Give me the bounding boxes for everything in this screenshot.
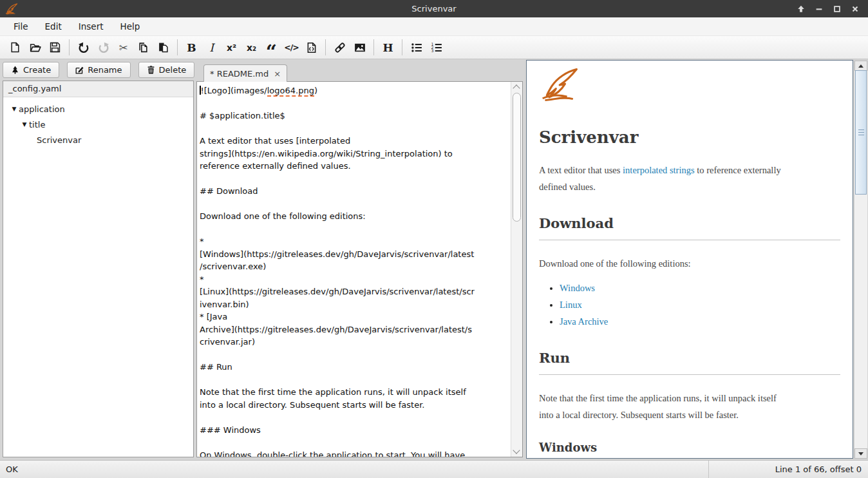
insert-image-button[interactable]: [350, 39, 370, 57]
preview-scrollbar[interactable]: [854, 61, 867, 459]
editor-body: # $application.title$ A text editor that…: [200, 97, 511, 457]
tree-leaf-scrivenvar[interactable]: Scrivenvar: [3, 132, 193, 148]
triangle-up-icon: [858, 64, 863, 68]
menu-file[interactable]: File: [5, 17, 37, 35]
paste-button[interactable]: [153, 39, 173, 57]
menubar: File Edit Insert Help: [0, 17, 868, 35]
windows-download-link[interactable]: Windows: [560, 283, 595, 293]
definitions-tree: ▼ application ▼ title Scrivenvar: [3, 97, 193, 148]
rename-button-label: Rename: [88, 65, 122, 75]
editor-scrollbar-thumb[interactable]: [513, 93, 521, 222]
numbered-list-button[interactable]: 1 2 3: [426, 39, 446, 57]
blockquote-icon: “: [266, 50, 277, 55]
tab-close-icon[interactable]: ×: [274, 69, 281, 79]
status-bar: OK Line 1 of 66, offset 0: [0, 460, 868, 478]
superscript-button[interactable]: x²: [222, 39, 241, 57]
toolbar-separator: [325, 39, 326, 55]
editor-pane: * README.md × ![Logo](images/logo64.png)…: [196, 62, 523, 457]
definitions-file-name[interactable]: _config.yaml: [3, 81, 193, 97]
rename-button[interactable]: Rename: [67, 62, 130, 78]
editor-first-line: ![Logo](images/logo64.png): [200, 84, 511, 97]
toolbar-separator: [402, 39, 402, 55]
copy-button[interactable]: [133, 39, 153, 57]
new-file-button[interactable]: [5, 39, 25, 57]
download-heading: Download: [539, 215, 840, 240]
minimize-button[interactable]: [813, 3, 826, 15]
create-button[interactable]: Create: [3, 62, 59, 78]
tab-label: * README.md: [210, 69, 269, 79]
markdown-editor[interactable]: ![Logo](images/logo64.png) # $applicatio…: [197, 82, 511, 457]
interpolated-strings-link[interactable]: interpolated strings: [623, 165, 695, 175]
paste-icon: [158, 42, 169, 53]
subscript-icon: x₂: [247, 43, 256, 53]
maximize-icon: [833, 5, 842, 14]
menu-help[interactable]: Help: [111, 17, 148, 35]
linux-download-link[interactable]: Linux: [560, 300, 582, 310]
tree-node-application[interactable]: ▼ application: [3, 101, 193, 117]
download-links-list: Windows Linux Java Archive: [539, 280, 853, 330]
scroll-down-icon[interactable]: [513, 446, 520, 454]
preview-scrollbar-thumb[interactable]: [855, 70, 867, 195]
list-item: Windows: [560, 280, 853, 296]
download-text: Download one of the following editions:: [539, 255, 853, 272]
tree-node-title[interactable]: ▼ title: [3, 117, 193, 132]
heading-icon: H: [382, 41, 393, 54]
edit-pencil-icon: [75, 66, 84, 74]
app-feather-logo-icon: [5, 3, 19, 15]
preview-title: Scrivenvar: [539, 128, 853, 147]
list-item: Linux: [560, 296, 853, 313]
undo-button[interactable]: [73, 39, 93, 57]
superscript-icon: x²: [227, 43, 236, 53]
bold-icon: B: [187, 41, 196, 54]
menu-edit[interactable]: Edit: [37, 17, 70, 35]
redo-icon: [98, 42, 109, 53]
bold-button[interactable]: B: [182, 39, 202, 57]
toolbar-separator: [373, 39, 374, 55]
minimize-icon: [815, 5, 824, 14]
maximize-button[interactable]: [831, 3, 844, 15]
delete-button-label: Delete: [159, 65, 187, 75]
toolbar-separator: [69, 39, 70, 55]
bullet-list-icon: [411, 42, 422, 53]
tree-icon: [11, 66, 19, 74]
app-window: Scrivenvar: [0, 0, 868, 478]
blockquote-button[interactable]: “: [261, 39, 281, 57]
open-file-button[interactable]: [25, 39, 45, 57]
insert-link-button[interactable]: [330, 39, 350, 57]
caret-position-status: Line 1 of 66, offset 0: [708, 461, 868, 478]
java-archive-download-link[interactable]: Java Archive: [560, 316, 608, 327]
close-window-button[interactable]: [849, 3, 862, 15]
definitions-panel: _config.yaml ▼ application ▼ title Scriv…: [3, 81, 194, 457]
delete-button[interactable]: Delete: [138, 62, 195, 78]
numbered-list-icon: 1 2 3: [431, 42, 442, 53]
preview-scroll-up-button[interactable]: [854, 61, 867, 71]
html-preview-pane: Scrivenvar A text editor that uses inter…: [526, 60, 853, 459]
preview-intro: A text editor that uses interpolated str…: [539, 162, 853, 195]
save-floppy-icon: [50, 42, 61, 53]
expander-icon[interactable]: ▼: [20, 121, 29, 128]
subscript-button[interactable]: x₂: [241, 39, 261, 57]
titlebar: Scrivenvar: [0, 0, 868, 17]
expander-icon[interactable]: ▼: [10, 106, 19, 112]
italic-button[interactable]: I: [202, 39, 222, 57]
save-button[interactable]: [45, 39, 65, 57]
code-block-button[interactable]: [301, 39, 321, 57]
close-icon: [851, 5, 860, 14]
shade-window-button[interactable]: [795, 3, 807, 15]
heading-button[interactable]: H: [378, 39, 398, 57]
redo-button[interactable]: [93, 39, 113, 57]
tab-readme[interactable]: * README.md ×: [203, 64, 287, 82]
inline-code-button[interactable]: </>: [281, 39, 301, 57]
preview-scroll-down-button[interactable]: [854, 448, 867, 459]
preview-feather-logo: [539, 66, 581, 104]
scroll-up-icon[interactable]: [513, 84, 520, 91]
cut-button[interactable]: ✂: [113, 39, 133, 57]
editor-box: ![Logo](images/logo64.png) # $applicatio…: [196, 81, 523, 457]
shade-up-arrow-icon: [797, 5, 806, 14]
definitions-sidebar: Create Rename Delete: [3, 62, 194, 457]
editor-scrollbar[interactable]: [511, 82, 522, 457]
create-button-label: Create: [23, 65, 51, 75]
menu-insert[interactable]: Insert: [70, 17, 112, 35]
bullet-list-button[interactable]: [406, 39, 426, 57]
svg-text:3: 3: [431, 48, 433, 53]
